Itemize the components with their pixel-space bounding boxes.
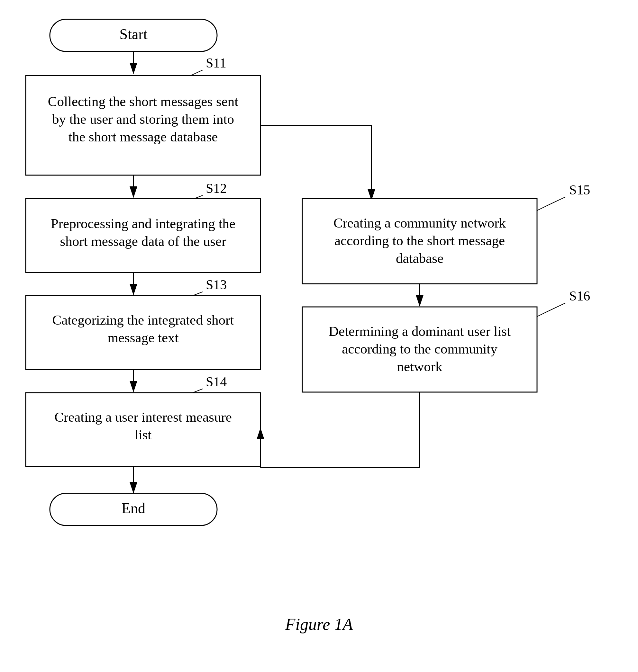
s12-text-line1: Preprocessing and integrating the [51,216,235,231]
s14-text-line2: list [135,427,152,442]
s12-text-line2: short message data of the user [60,234,226,249]
s13-text-line1: Categorizing the integrated short [52,312,234,327]
s14-text-line1: Creating a user interest measure [54,410,232,425]
s16-text-line1: Determining a dominant user list [329,324,511,339]
end-label: End [121,500,145,516]
s16-text-line3: network [397,359,442,374]
s11-label-text: S11 [206,56,226,70]
s16-label-text: S16 [569,289,590,304]
s16-text-line2: according to the community [342,341,498,357]
s13-text-line2: message text [108,330,179,345]
figure-caption: Figure 1A [285,615,353,634]
s11-text-line2: by the user and storing them into [52,111,234,127]
s12-label-text: S12 [206,181,227,196]
s13-label-text: S13 [206,277,227,292]
start-label: Start [120,26,148,42]
s15-text-line3: database [396,251,443,266]
s11-text-line1: Collecting the short messages sent [48,94,238,109]
s14-label-text: S14 [206,374,227,389]
diagram-container: Start S11 Collecting the short messages … [0,0,638,672]
s15-text-line1: Creating a community network [334,215,506,230]
s11-text-line3: the short message database [68,129,218,144]
s15-label-text: S15 [569,183,590,197]
s15-text-line2: according to the short message [334,233,505,248]
